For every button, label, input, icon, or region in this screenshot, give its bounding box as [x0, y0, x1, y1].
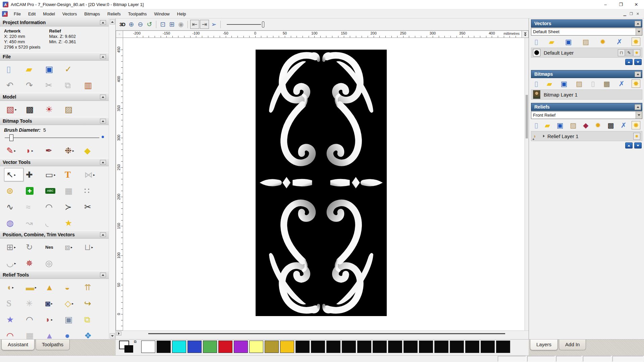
group-vectors-icon[interactable]: ⧈ ▸ — [62, 240, 82, 254]
menu-item[interactable]: Vectors — [59, 10, 80, 18]
fit-vectors-icon[interactable]: ◍ — [4, 216, 23, 230]
palette-colour-swatch[interactable] — [249, 341, 263, 353]
palette-colour-swatch[interactable] — [265, 341, 279, 353]
new-vector-layer-icon[interactable]: ▯ — [533, 38, 540, 46]
collapse-section-button[interactable] — [100, 20, 106, 25]
mdi-close-button[interactable]: ✕ — [636, 12, 639, 16]
mdi-minimize-button[interactable]: ▁ — [623, 12, 626, 16]
mdi-restore-button[interactable]: ❐ — [630, 12, 633, 16]
zoom-previous-icon[interactable]: ↺ — [145, 20, 154, 29]
merge-relief-layers-icon[interactable]: ▨ — [569, 121, 578, 129]
ruler-options-button[interactable] — [522, 31, 529, 38]
scrollbar-thumb[interactable] — [526, 95, 528, 138]
palette-colour-swatch[interactable] — [481, 341, 495, 353]
palette-colour-swatch[interactable] — [419, 341, 433, 353]
create-text-icon[interactable]: T — [62, 168, 82, 181]
undo-icon[interactable]: ↶ — [4, 78, 23, 92]
palette-colour-swatch[interactable] — [342, 341, 356, 353]
bitmap-to-layer-icon[interactable]: ▩ — [602, 79, 611, 88]
join-close-vectors-icon[interactable]: ◡ ▸ — [4, 256, 23, 270]
open-model-icon[interactable]: ▰ — [23, 62, 43, 76]
delete-bitmap-layer-icon[interactable]: ✗ — [617, 79, 626, 88]
extract-relief-icon[interactable]: ⧉ — [82, 313, 101, 326]
palette-colour-swatch[interactable] — [218, 341, 232, 353]
measure-icon[interactable]: ⊚ — [4, 184, 23, 197]
fan-relief-icon[interactable]: ❖ — [82, 329, 101, 339]
join-vectors-icon[interactable]: ≻ — [62, 200, 82, 214]
create-relief-plane-icon[interactable]: ▬ ▸ — [23, 281, 43, 294]
palette-colour-swatch[interactable] — [141, 341, 155, 353]
palette-colour-swatch[interactable] — [496, 341, 510, 353]
flood-fill-icon[interactable]: ◆ — [82, 144, 101, 157]
block-paste-icon[interactable]: ∷ — [82, 184, 101, 197]
vector-sheet-select[interactable]: Default Sheet — [531, 28, 642, 36]
stamp-relief-icon[interactable]: ◙ ▸ — [43, 297, 62, 310]
collapse-panel-button[interactable] — [635, 71, 641, 77]
palette-colour-swatch[interactable] — [357, 341, 371, 353]
relief-thumbnail-icon[interactable]: ▩ — [606, 121, 615, 129]
canvas-horizontal-scrollbar[interactable] — [116, 330, 529, 336]
all-bitmaps-visibility-icon[interactable]: ✸ — [632, 79, 640, 88]
view-3d-button[interactable]: 3D — [118, 20, 127, 29]
brush-diameter-slider[interactable] — [5, 134, 104, 141]
layers-tab[interactable]: Layers — [530, 340, 558, 350]
palette-colour-swatch[interactable] — [373, 341, 387, 353]
star-relief-icon[interactable]: ★ — [4, 313, 23, 326]
slider-handle[interactable] — [262, 21, 264, 27]
freehand-draw-icon[interactable]: ≈ — [23, 200, 43, 214]
maximize-button[interactable]: ❐ — [613, 0, 629, 9]
collapse-panel-button[interactable] — [635, 104, 641, 110]
2d-view-canvas[interactable] — [123, 38, 525, 330]
palette-colour-swatch[interactable] — [388, 341, 402, 353]
relief-visibility-bulb-icon[interactable]: ✸ — [633, 133, 640, 140]
save-vector-layer-icon[interactable]: ▣ — [564, 38, 573, 46]
node-editing-icon[interactable]: ✚ — [23, 184, 43, 197]
vector-texture-icon[interactable]: ✵ — [23, 256, 43, 270]
envelope-distort-icon[interactable]: ▦ — [62, 184, 82, 197]
open-bitmap-layer-icon[interactable]: ▰ — [545, 79, 553, 88]
palette-colour-swatch[interactable] — [203, 341, 217, 353]
set-model-size-icon[interactable]: ▧ ▸ — [4, 103, 23, 116]
bend-vectors-icon[interactable]: ↝ — [23, 216, 43, 230]
dome-relief-icon[interactable]: ◠ — [4, 329, 23, 339]
save-model-icon[interactable]: ▣ — [43, 62, 62, 76]
collapse-section-button[interactable] — [100, 160, 106, 165]
emboss-relief-icon[interactable]: ▣ — [62, 313, 82, 326]
palette-colour-swatch[interactable] — [157, 341, 171, 353]
zoom-objects-icon[interactable]: ◉ — [176, 20, 185, 29]
open-vector-layer-icon[interactable]: ▰ — [548, 38, 556, 46]
smooth-relief-icon[interactable]: S — [4, 297, 23, 310]
palette-colour-swatch[interactable] — [234, 341, 248, 353]
add-relief-icon[interactable]: ▲ — [43, 281, 62, 294]
model-wizard-icon[interactable]: ✓ — [62, 62, 82, 76]
text-on-curve-icon[interactable]: ↻ — [23, 240, 43, 254]
layer-visibility-bulb-icon[interactable]: ✸ — [633, 49, 640, 56]
collapse-section-button[interactable] — [100, 119, 106, 123]
constant-height-icon[interactable]: ◠ — [23, 313, 43, 326]
palette-colour-swatch[interactable] — [311, 341, 325, 353]
save-bitmap-layer-icon[interactable]: ▣ — [559, 79, 569, 88]
chevron-down-icon[interactable] — [636, 112, 642, 119]
offset-relief-icon[interactable]: ◇ ▸ — [62, 297, 82, 310]
vector-layer-row[interactable]: Default Layer ⊓✎✸ — [531, 48, 642, 58]
snap-layer-icon[interactable]: ✎ — [626, 49, 633, 56]
link-colours-icon[interactable]: ⧉ — [134, 340, 137, 344]
weld-vectors-icon[interactable]: ⊔ ▸ — [82, 240, 101, 254]
lighting-material-icon[interactable]: ☀ — [43, 103, 62, 116]
minimize-button[interactable]: – — [598, 0, 613, 9]
pyramid-relief-icon[interactable]: ▲ — [43, 329, 62, 339]
back-relief-icon[interactable]: ↪ — [82, 297, 101, 310]
wrap-relief-icon[interactable]: ◗ ▸ — [43, 313, 62, 326]
create-star-icon[interactable]: ★ — [62, 216, 82, 230]
magnify-details-icon[interactable]: ➢ — [209, 20, 218, 29]
move-layer-up-button[interactable] — [625, 59, 633, 65]
primary-secondary-colours[interactable]: ⧉ — [119, 340, 139, 354]
blank-bitmap-icon[interactable]: ▯ — [590, 79, 596, 88]
secondary-colour-swatch[interactable] — [124, 345, 133, 353]
chevron-down-icon[interactable] — [636, 28, 642, 35]
menu-item[interactable]: Bitmaps — [80, 10, 104, 18]
menu-item[interactable]: Model — [39, 10, 58, 18]
assistant-tab[interactable]: Toolpaths — [36, 340, 70, 350]
paint-selective-icon[interactable]: ◗ ▸ — [23, 144, 43, 157]
toggle-vector-visibility-icon[interactable]: ✹ — [598, 38, 607, 46]
